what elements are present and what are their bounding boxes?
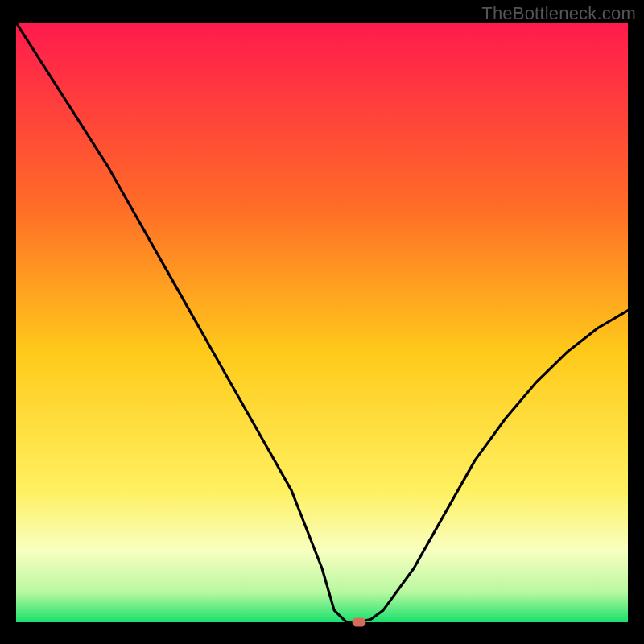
optimum-marker <box>352 618 365 627</box>
watermark-text: TheBottleneck.com <box>481 3 636 24</box>
bottleneck-plot <box>16 23 628 622</box>
chart-container: TheBottleneck.com <box>0 0 644 644</box>
gradient-background <box>16 23 628 622</box>
